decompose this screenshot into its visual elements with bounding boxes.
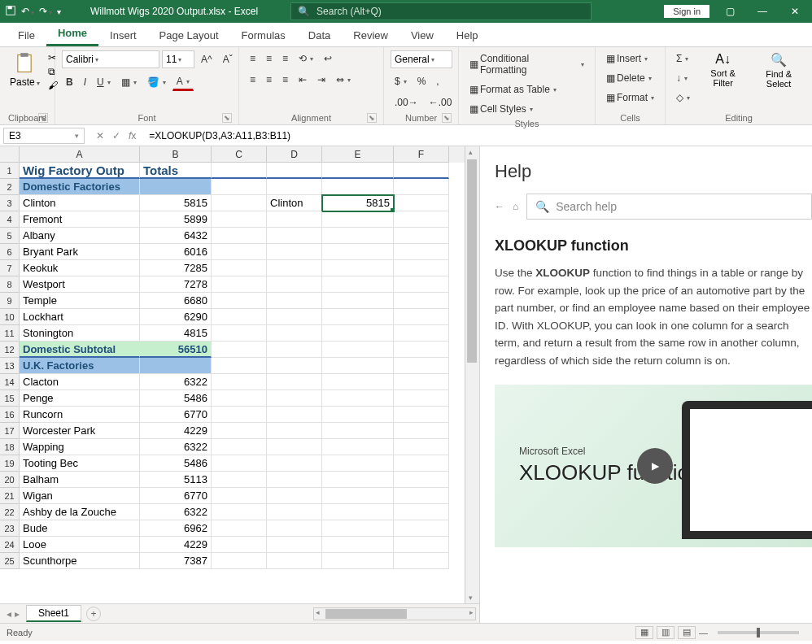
cell[interactable]: [267, 407, 322, 423]
cell[interactable]: 6770: [140, 407, 212, 423]
cell[interactable]: [267, 325, 322, 342]
insert-cells-button[interactable]: ▦ Insert: [602, 50, 652, 67]
row-header[interactable]: 9: [0, 293, 20, 309]
cell[interactable]: 5113: [140, 472, 212, 488]
cell[interactable]: [322, 228, 394, 244]
number-dialog-icon[interactable]: ⬊: [442, 113, 452, 123]
cell[interactable]: Looe: [20, 537, 140, 553]
select-all-corner[interactable]: [0, 146, 20, 163]
row-header[interactable]: 4: [0, 211, 20, 228]
tell-me-search[interactable]: 🔍 Search (Alt+Q): [290, 2, 592, 20]
format-as-table-button[interactable]: ▦ Format as Table: [465, 81, 561, 98]
cell[interactable]: Clacton: [20, 374, 140, 390]
cell[interactable]: [267, 228, 322, 244]
row-header[interactable]: 19: [0, 455, 20, 472]
cell[interactable]: [212, 260, 267, 276]
cell[interactable]: 6680: [140, 293, 212, 309]
tab-help[interactable]: Help: [445, 24, 490, 46]
cell[interactable]: [394, 293, 449, 309]
align-top-icon[interactable]: ≡: [246, 50, 260, 67]
clipboard-dialog-icon[interactable]: ⬊: [38, 113, 48, 123]
cell[interactable]: Westport: [20, 276, 140, 293]
merge-center-icon[interactable]: ⇔: [332, 72, 355, 88]
underline-button[interactable]: U: [93, 74, 115, 90]
horizontal-scrollbar[interactable]: ◂▸: [313, 607, 476, 620]
cell[interactable]: [322, 325, 394, 342]
cell[interactable]: [322, 439, 394, 455]
row-header[interactable]: 13: [0, 358, 20, 374]
cell[interactable]: [322, 260, 394, 276]
cell[interactable]: Wigan: [20, 488, 140, 504]
cell[interactable]: [322, 488, 394, 504]
name-box[interactable]: E3▾: [3, 128, 85, 144]
cell[interactable]: 6322: [140, 374, 212, 390]
cell[interactable]: [267, 179, 322, 195]
zoom-slider[interactable]: [718, 631, 799, 634]
row-header[interactable]: 1: [0, 163, 20, 179]
tab-home[interactable]: Home: [46, 22, 98, 46]
font-name-select[interactable]: Calibri: [62, 50, 159, 68]
cell[interactable]: [212, 423, 267, 439]
tab-view[interactable]: View: [399, 24, 445, 46]
ribbon-display-icon[interactable]: ▢: [718, 6, 742, 17]
tab-formulas[interactable]: Formulas: [230, 24, 297, 46]
cell[interactable]: [212, 358, 267, 374]
cell[interactable]: Lockhart: [20, 309, 140, 325]
help-video-card[interactable]: Microsoft Excel XLOOKUP function ▶: [495, 385, 812, 547]
add-sheet-button[interactable]: +: [86, 607, 101, 621]
cell[interactable]: [394, 423, 449, 439]
cell[interactable]: [212, 504, 267, 520]
align-right-icon[interactable]: ≡: [278, 72, 292, 88]
cell[interactable]: 7285: [140, 260, 212, 276]
zoom-out-icon[interactable]: —: [699, 628, 708, 637]
number-format-select[interactable]: General: [391, 50, 452, 68]
row-header[interactable]: 21: [0, 488, 20, 504]
wrap-text-icon[interactable]: ↩: [320, 50, 336, 67]
cell[interactable]: Clinton: [20, 195, 140, 211]
cell[interactable]: [394, 439, 449, 455]
paste-button[interactable]: Paste: [7, 50, 43, 89]
col-header[interactable]: D: [267, 146, 322, 163]
cell[interactable]: [394, 163, 449, 179]
cell[interactable]: [212, 455, 267, 472]
cell[interactable]: [322, 520, 394, 537]
cell[interactable]: [212, 439, 267, 455]
cell[interactable]: [322, 163, 394, 179]
row-header[interactable]: 17: [0, 423, 20, 439]
cell[interactable]: Bryant Park: [20, 244, 140, 260]
cell[interactable]: [322, 244, 394, 260]
cell[interactable]: [267, 537, 322, 553]
vertical-scrollbar[interactable]: [465, 146, 479, 603]
cell[interactable]: [267, 455, 322, 472]
cell[interactable]: [394, 390, 449, 407]
row-header[interactable]: 24: [0, 537, 20, 553]
cell[interactable]: 7278: [140, 276, 212, 293]
align-middle-icon[interactable]: ≡: [262, 50, 276, 67]
cell[interactable]: [394, 309, 449, 325]
cell[interactable]: 6322: [140, 439, 212, 455]
cell[interactable]: [267, 553, 322, 569]
row-header[interactable]: 12: [0, 342, 20, 358]
decrease-font-icon[interactable]: Aˇ: [219, 51, 237, 67]
cell[interactable]: 56510: [140, 342, 212, 358]
row-header[interactable]: 25: [0, 553, 20, 569]
cell[interactable]: [267, 390, 322, 407]
decrease-decimal-icon[interactable]: ←.00: [425, 94, 456, 111]
cell[interactable]: Temple: [20, 293, 140, 309]
row-header[interactable]: 22: [0, 504, 20, 520]
cell[interactable]: [322, 342, 394, 358]
normal-view-icon[interactable]: ▦: [635, 626, 653, 639]
row-header[interactable]: 8: [0, 276, 20, 293]
help-search-input[interactable]: 🔍 Search help: [526, 194, 812, 220]
row-header[interactable]: 11: [0, 325, 20, 342]
cell[interactable]: [267, 472, 322, 488]
cell[interactable]: 5899: [140, 211, 212, 228]
row-header[interactable]: 18: [0, 439, 20, 455]
cell[interactable]: Totals: [140, 163, 212, 179]
tab-page-layout[interactable]: Page Layout: [148, 24, 230, 46]
cell[interactable]: [212, 537, 267, 553]
cell[interactable]: 5486: [140, 455, 212, 472]
cell[interactable]: [322, 472, 394, 488]
cell[interactable]: [212, 488, 267, 504]
sign-in-button[interactable]: Sign in: [664, 5, 709, 18]
